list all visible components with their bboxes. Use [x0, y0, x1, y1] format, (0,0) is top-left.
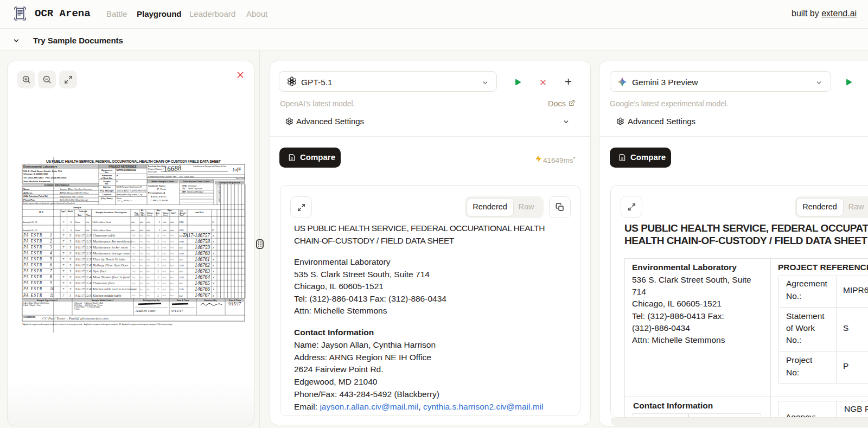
svg-text:7: 7 — [62, 257, 65, 261]
svg-text:Hallway Floor Gym Door: Hallway Floor Gym Door — [92, 263, 129, 267]
svg-text:1: 1 — [159, 229, 161, 232]
svg-text:ID #: ID # — [39, 210, 43, 213]
svg-text:Lab ID #: Lab ID # — [195, 211, 204, 214]
svg-text:CC Paul Tester : Paul@ pbsr: CC Paul Tester : Paul@ pbsrassociate.com — [42, 316, 108, 321]
svg-text:n/a: n/a — [140, 221, 144, 223]
svg-text:9/11/17: 9/11/17 — [75, 276, 85, 279]
svg-text:US PUBLIC HEALTH SERVICE, FEDE: US PUBLIC HEALTH SERVICE, FEDERAL OCCUPA… — [46, 159, 221, 164]
svg-text:Code*: Code* — [171, 212, 176, 214]
svg-text:12:30: 12:30 — [85, 234, 92, 237]
svg-text:x: x — [212, 258, 214, 261]
svg-text:Std: Std — [179, 258, 183, 261]
svg-text:PA ESTR: PA ESTR — [23, 286, 42, 291]
svg-text:Standard: Standard — [188, 185, 196, 187]
svg-text:12:48: 12:48 — [85, 288, 92, 291]
svg-text:12:38: 12:38 — [85, 258, 92, 261]
svg-text:146762: 146762 — [195, 263, 210, 268]
svg-text:PA ESTR: PA ESTR — [23, 274, 42, 279]
svg-text:5: 5 — [69, 269, 72, 273]
svg-text:146765: 146765 — [195, 280, 210, 286]
svg-text:7: 7 — [62, 275, 65, 279]
svg-text:n/a: n/a — [86, 229, 90, 232]
svg-text:COMMENTS:: COMMENTS: — [23, 316, 36, 318]
svg-text:10: 10 — [50, 286, 54, 291]
svg-text:S: S — [117, 174, 118, 177]
svg-text:PA ESTR: PA ESTR — [23, 269, 42, 273]
svg-text:1: 1 — [50, 233, 52, 238]
svg-text:Proj. Manager: Proj. Manager — [100, 189, 114, 192]
svg-text:Collected: Collected — [79, 210, 87, 213]
svg-text:x: x — [212, 294, 214, 297]
svg-text:1: 1 — [157, 276, 159, 279]
svg-text:146760: 146760 — [195, 251, 210, 256]
svg-text:7: 7 — [62, 233, 65, 237]
svg-text:AARON Chen: AARON Chen — [135, 309, 155, 312]
svg-text:PA ESTR: PA ESTR — [23, 239, 42, 244]
svg-text:x: x — [212, 240, 214, 243]
svg-text:STD: STD — [179, 252, 184, 255]
svg-text:n/a: n/a — [146, 229, 150, 232]
svg-text:State: State — [117, 197, 122, 200]
svg-text:12:40: 12:40 — [85, 264, 92, 267]
svg-text:P: P — [117, 180, 118, 183]
svg-text:146764: 146764 — [195, 274, 210, 280]
svg-text:9/11/17: 9/11/17 — [75, 288, 85, 291]
svg-text:12:32: 12:32 — [85, 240, 92, 243]
svg-text:x: x — [212, 234, 214, 237]
svg-text:x: x — [212, 270, 214, 273]
svg-text:PA ESTR: PA ESTR — [23, 245, 42, 250]
svg-text:5: 5 — [69, 245, 72, 249]
svg-text:PA ESTR: PA ESTR — [23, 251, 42, 255]
svg-text:n/a: n/a — [131, 221, 135, 223]
svg-text:STD: STD — [179, 229, 184, 232]
svg-text:11: 11 — [50, 293, 54, 298]
svg-text:1of4: 1of4 — [232, 166, 241, 173]
svg-text:Maintenance Rm workbench: Maintenance Rm workbench — [92, 239, 132, 243]
svg-text:7: 7 — [62, 293, 65, 297]
svg-text:n/a: n/a — [170, 229, 174, 232]
svg-text:Mens Shower floor in front: Mens Shower floor in front — [92, 275, 130, 279]
svg-text:STD: STD — [179, 221, 184, 223]
svg-text:-Plastic: -Plastic — [159, 188, 167, 190]
svg-text:A-None, B-H₂SO₄: A-None, B-H₂SO₄ — [151, 196, 167, 198]
svg-text:Sample: Sample — [73, 206, 82, 209]
svg-text:n/a: n/a — [163, 229, 167, 232]
svg-text:Time: Time — [86, 214, 91, 216]
svg-text:(Liters): (Liters) — [163, 214, 168, 216]
svg-text:x: x — [212, 288, 214, 291]
svg-text:8: 8 — [50, 274, 52, 279]
svg-text:9/15/17: 9/15/17 — [228, 302, 241, 306]
svg-text:146767: 146767 — [195, 292, 210, 298]
svg-text:5: 5 — [69, 293, 72, 297]
svg-text:Agency: Agency — [103, 186, 111, 188]
svg-text:2624 Fairview Point Rd.: 2624 Fairview Point Rd. — [23, 195, 48, 197]
svg-text:Std: Std — [179, 270, 183, 273]
svg-text:P: P — [157, 188, 159, 190]
svg-text:5: 5 — [69, 287, 72, 291]
svg-text:7: 7 — [62, 239, 65, 243]
svg-text:No:: No: — [105, 182, 108, 185]
svg-text:Kitchen table next to microwav: Kitchen table next to microwave — [92, 287, 137, 291]
svg-text:7: 7 — [50, 269, 52, 273]
svg-text:Date & Time: Date & Time — [177, 299, 189, 302]
svg-text:9/11/17: 9/11/17 — [75, 252, 85, 255]
svg-text:TA17-146757: TA17-146757 — [183, 233, 210, 238]
svg-text:Jayson Allan, Cynthia Harrison: Jayson Allan, Cynthia Harrison — [117, 189, 147, 192]
svg-text:STD: STD — [179, 288, 184, 291]
svg-text:1SG's office Desk: 1SG's office Desk — [92, 221, 111, 223]
svg-text:n/a: n/a — [146, 221, 150, 223]
svg-text:12:44: 12:44 — [85, 276, 92, 279]
svg-text:Container Types:: Container Types: — [148, 184, 165, 187]
svg-text:Preservatives: A: Preservatives: A — [148, 191, 165, 194]
svg-text:Maintenance locker room: Maintenance locker room — [92, 245, 128, 249]
svg-text:7: 7 — [62, 245, 65, 249]
svg-text:Address:: Address: — [23, 191, 33, 194]
svg-text:Media*: Media* — [68, 210, 74, 213]
svg-text:5: 5 — [69, 275, 72, 279]
svg-text:Sample ID #2: Sample ID #2 — [23, 229, 37, 232]
svg-text:STD: STD — [179, 264, 184, 267]
svg-text:Project /Report #: Project /Report # — [148, 168, 164, 170]
svg-text:x: x — [212, 252, 214, 255]
svg-text:12:36: 12:36 — [85, 252, 92, 255]
svg-text:9/11/17: 9/11/17 — [75, 246, 85, 249]
